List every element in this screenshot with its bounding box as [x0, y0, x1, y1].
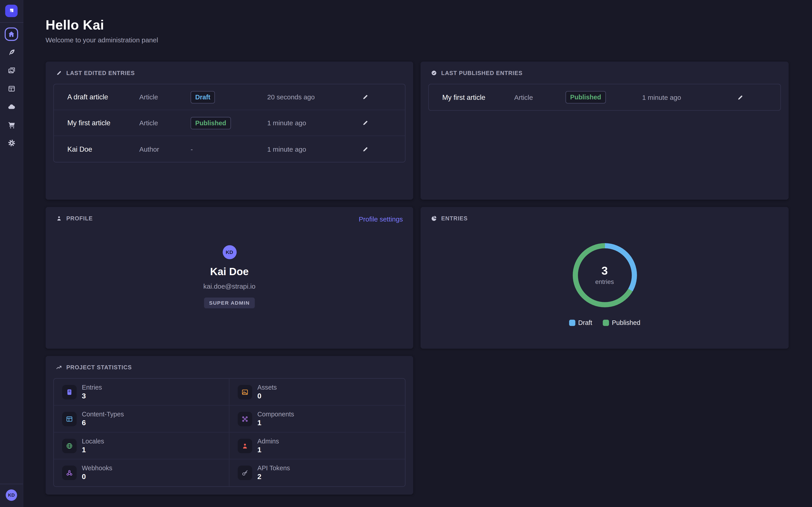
chart-legend: DraftPublished: [569, 319, 640, 327]
sidebar-item-cart[interactable]: [5, 118, 18, 131]
legend-label: Published: [612, 319, 640, 327]
file-icon: [66, 388, 73, 395]
entry-type: Article: [139, 119, 191, 127]
page-subtitle: Welcome to your administration panel: [46, 36, 789, 44]
key-icon: [241, 469, 249, 476]
sidebar-footer: KD: [0, 484, 23, 507]
edit-button[interactable]: [362, 93, 370, 101]
stat-icon-tile: [62, 385, 77, 399]
panel-title: LAST PUBLISHED ENTRIES: [441, 70, 523, 76]
table-row: My first article Article Published 1 min…: [429, 84, 780, 110]
strapi-logo-icon: [7, 6, 16, 15]
stat-icon-tile: [238, 385, 252, 399]
stat-value: 0: [257, 391, 277, 400]
globe-icon: [66, 442, 73, 449]
stat-webhooks: Webhooks0: [54, 459, 230, 486]
stat-icon-tile: [238, 465, 252, 480]
last-edited-table: A draft article Article Draft 20 seconds…: [53, 84, 405, 163]
panel-header: PROJECT STATISTICS: [46, 356, 413, 377]
entry-title: My first article: [67, 119, 139, 127]
sidebar-item-feather[interactable]: [5, 46, 18, 59]
sidebar-nav: [0, 27, 23, 150]
panel-last-published-entries: LAST PUBLISHED ENTRIES My first article …: [420, 61, 789, 200]
table-row: A draft article Article Draft 20 seconds…: [54, 84, 405, 110]
stat-assets: Assets0: [230, 379, 405, 406]
stat-icon-tile: [238, 439, 252, 453]
status-cell: Draft: [191, 91, 267, 103]
stat-icon-tile: [62, 465, 77, 480]
stat-label: Admins: [257, 437, 279, 445]
sidebar-item-layout[interactable]: [5, 82, 18, 95]
donut-center: 3 entries: [578, 248, 631, 302]
stat-icon-tile: [62, 411, 77, 426]
trending-up-icon: [56, 364, 62, 371]
stat-icon-tile: [238, 411, 252, 426]
profile-settings-link[interactable]: Profile settings: [359, 215, 403, 223]
picture-icon: [241, 388, 249, 395]
edit-button[interactable]: [362, 119, 370, 127]
page-title: Hello Kai: [46, 17, 789, 33]
panel-title: LAST EDITED ENTRIES: [66, 70, 135, 76]
status-badge: Draft: [191, 91, 215, 103]
check-circle-icon: [431, 70, 437, 76]
statistics-table: Entries3Assets0Content-Types6Components1…: [53, 378, 405, 487]
images-icon: [7, 66, 15, 74]
pencil-icon: [56, 70, 62, 76]
edit-button[interactable]: [737, 93, 745, 101]
sidebar-item-cloud[interactable]: [5, 100, 18, 113]
stat-value: 2: [257, 472, 290, 481]
gear-icon: [7, 139, 15, 147]
status-cell: Published: [565, 91, 642, 103]
panel-title: PROJECT STATISTICS: [66, 364, 132, 371]
sidebar-item-gear[interactable]: [5, 136, 18, 150]
strapi-logo[interactable]: [5, 5, 17, 17]
stat-label: Locales: [82, 437, 104, 445]
entry-title: Kai Doe: [67, 145, 139, 153]
panel-profile: PROFILE Profile settings KD Kai Doe kai.…: [46, 207, 413, 349]
entry-title: My first article: [442, 93, 514, 101]
entries-count: 3: [601, 265, 608, 277]
legend-label: Draft: [578, 319, 592, 327]
home-icon: [8, 31, 15, 38]
panel-entries: ENTRIES 3 entries DraftPublished: [420, 207, 789, 349]
stat-label: Entries: [82, 384, 102, 391]
status-badge: Published: [191, 117, 231, 129]
panel-header: LAST PUBLISHED ENTRIES: [420, 61, 789, 83]
panel-header: LAST EDITED ENTRIES: [46, 61, 413, 83]
stat-locales: Locales1: [54, 433, 230, 459]
cart-icon: [7, 121, 15, 128]
stat-label: API Tokens: [257, 465, 290, 472]
stat-api-tokens: API Tokens2: [230, 459, 405, 486]
entry-title: A draft article: [67, 93, 139, 101]
profile-email: kai.doe@strapi.io: [203, 283, 256, 290]
entries-chart: 3 entries DraftPublished: [420, 228, 789, 326]
stat-label: Content-Types: [82, 410, 124, 418]
layout-icon: [7, 84, 15, 92]
user-avatar[interactable]: KD: [6, 490, 17, 501]
pie-chart-icon: [431, 215, 437, 222]
panel-title: PROFILE: [66, 215, 93, 222]
stat-value: 0: [82, 472, 112, 481]
stat-value: 1: [257, 418, 294, 427]
app-window: KD Hello Kai Welcome to your administrat…: [0, 0, 812, 507]
role-badge: SUPER ADMIN: [204, 297, 255, 308]
legend-swatch: [569, 320, 575, 326]
panel-header: ENTRIES: [420, 207, 789, 228]
pencil-icon: [362, 119, 369, 126]
layout-icon: [66, 415, 73, 422]
edit-button[interactable]: [362, 145, 370, 153]
table-row: My first article Article Published 1 min…: [54, 110, 405, 136]
cloud-icon: [7, 103, 15, 110]
sidebar-item-images[interactable]: [5, 64, 18, 77]
stat-admins: Admins1: [230, 433, 405, 459]
legend-item-draft: Draft: [569, 319, 592, 327]
stat-value: 3: [82, 391, 102, 400]
stat-content-types: Content-Types6: [54, 406, 230, 433]
stat-label: Webhooks: [82, 465, 112, 472]
pencil-icon: [362, 146, 369, 152]
entry-updated-time: 1 minute ago: [267, 145, 362, 153]
stat-label: Assets: [257, 384, 277, 391]
last-published-table: My first article Article Published 1 min…: [428, 84, 781, 111]
sidebar-item-home[interactable]: [5, 27, 18, 41]
entry-updated-time: 1 minute ago: [267, 119, 362, 127]
